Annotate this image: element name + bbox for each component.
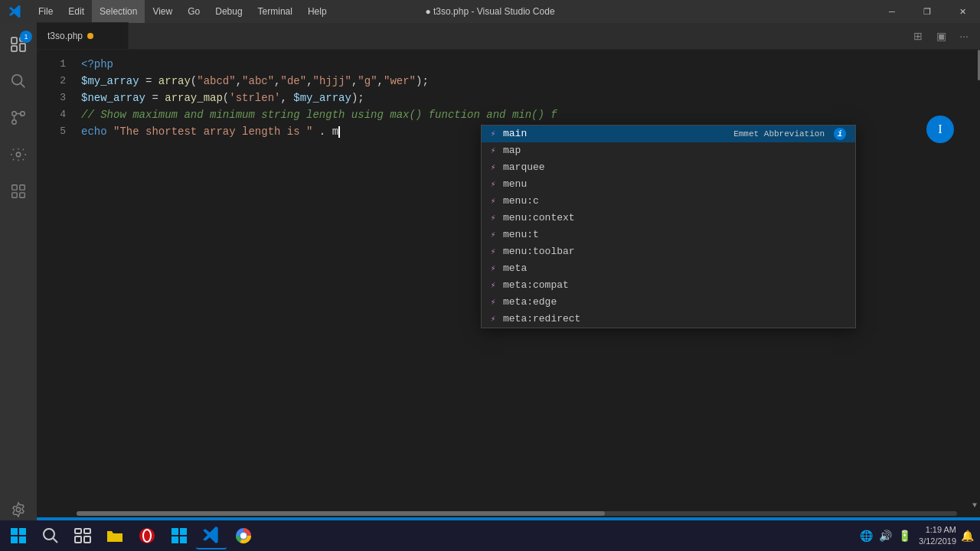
emmet-icon-menuc: ⚡ (488, 193, 498, 210)
autocomplete-item-menutoolbar[interactable]: ⚡ menu:toolbar (482, 243, 855, 260)
vertical-scrollbar[interactable]: ▼ (969, 50, 980, 517)
svg-rect-22 (75, 529, 81, 533)
item-label-meta: meta (503, 260, 846, 277)
svg-line-5 (21, 83, 24, 87)
autocomplete-item-meta[interactable]: ⚡ meta (482, 260, 855, 277)
windows-taskbar: 🌐 🔊 🔋 1:19 AM 3/12/2019 🔔 (0, 520, 980, 551)
info-icon[interactable]: i (834, 128, 846, 140)
notifications-button[interactable]: 🔔 (958, 522, 977, 549)
code-editor[interactable]: 1 2 3 4 5 <?php $my_array = array ( "abc… (37, 50, 980, 517)
vscode-logo (0, 5, 31, 18)
svg-point-8 (12, 120, 17, 125)
menu-help[interactable]: Help (300, 0, 335, 23)
item-label-map: map (503, 142, 846, 159)
chrome-taskbar[interactable] (228, 522, 259, 549)
svg-rect-18 (11, 536, 18, 543)
svg-rect-23 (84, 529, 90, 533)
maximize-button[interactable]: ❐ (910, 0, 945, 23)
taskview-button[interactable] (67, 522, 98, 549)
autocomplete-item-marquee[interactable]: ⚡ marquee (482, 159, 855, 176)
titlebar: File Edit Selection View Go Debug Termin… (0, 0, 980, 23)
svg-rect-29 (180, 528, 187, 535)
svg-rect-0 (11, 37, 17, 44)
search-taskbar-button[interactable] (35, 522, 66, 549)
menu-view[interactable]: View (145, 0, 180, 23)
menu-edit[interactable]: Edit (60, 0, 92, 23)
tab-toolbar: ⊞ ▣ ··· (902, 22, 980, 49)
autocomplete-item-main[interactable]: ⚡ main Emmet Abbreviation i (482, 126, 855, 142)
scroll-down-arrow[interactable]: ▼ (969, 497, 980, 514)
autocomplete-item-map[interactable]: ⚡ map (482, 142, 855, 159)
svg-rect-13 (12, 193, 17, 197)
activity-search[interactable] (0, 63, 37, 99)
horizontal-scrollbar[interactable] (75, 510, 959, 517)
opera-taskbar[interactable] (132, 522, 162, 549)
svg-rect-31 (180, 536, 187, 543)
scrollbar-thumb[interactable] (77, 511, 605, 516)
item-label-metacompat: meta:compat (503, 277, 846, 294)
code-content: <?php $my_array = array ( "abcd" , "abc"… (75, 50, 969, 517)
system-clock[interactable]: 1:19 AM 3/12/2019 (919, 524, 956, 548)
file-explorer-taskbar[interactable] (100, 522, 130, 549)
item-label-menucontext: menu:context (503, 210, 846, 227)
windows-explorer-taskbar[interactable] (164, 522, 194, 549)
code-line-4: // Show maximum and minimum string lengt… (81, 106, 969, 123)
emmet-icon-menu: ⚡ (488, 176, 498, 193)
var-my-array: $my_array (81, 73, 139, 90)
line-num-3: 3 (37, 90, 66, 106)
cursor-badge: I (926, 116, 954, 143)
volume-icon[interactable]: 🔊 (879, 530, 892, 542)
svg-point-9 (16, 152, 21, 157)
php-tag: <?php (81, 56, 113, 73)
item-label-menu: menu (503, 176, 846, 193)
minimize-button[interactable]: ─ (874, 0, 910, 23)
svg-rect-19 (19, 536, 26, 543)
autocomplete-item-metaedge[interactable]: ⚡ meta:edge (482, 294, 855, 311)
svg-rect-24 (75, 536, 81, 543)
menu-selection[interactable]: Selection (92, 0, 145, 23)
split-editor-button[interactable]: ⊞ (908, 26, 928, 46)
layout-button[interactable]: ▣ (931, 26, 951, 46)
activity-debug[interactable] (0, 136, 37, 173)
activity-extensions[interactable] (0, 173, 37, 210)
emmet-icon-metaedge: ⚡ (488, 294, 498, 311)
menu-go[interactable]: Go (180, 0, 207, 23)
network-icon[interactable]: 🌐 (860, 530, 873, 542)
emmet-icon-menut: ⚡ (488, 227, 498, 243)
tab-filename: t3so.php (47, 31, 83, 41)
svg-rect-17 (19, 528, 26, 535)
autocomplete-item-menu[interactable]: ⚡ menu (482, 176, 855, 193)
start-button[interactable] (3, 522, 34, 549)
line-num-5: 5 (37, 123, 66, 140)
emmet-icon-marquee: ⚡ (488, 159, 498, 176)
editor-area: t3so.php ⊞ ▣ ··· 1 2 3 4 5 <?php (37, 23, 980, 534)
svg-rect-16 (11, 528, 18, 535)
emmet-icon-menutoolbar: ⚡ (488, 243, 498, 260)
svg-point-4 (12, 75, 22, 85)
svg-rect-28 (172, 528, 178, 535)
menu-debug[interactable]: Debug (207, 0, 250, 23)
activity-bar (0, 23, 37, 534)
text-cursor (338, 126, 340, 138)
autocomplete-item-metaredirect[interactable]: ⚡ meta:redirect (482, 311, 855, 328)
close-button[interactable]: ✕ (945, 0, 980, 23)
autocomplete-item-menut[interactable]: ⚡ menu:t (482, 227, 855, 243)
line-num-4: 4 (37, 106, 66, 123)
autocomplete-item-metacompat[interactable]: ⚡ meta:compat (482, 277, 855, 294)
file-tab[interactable]: t3so.php (37, 22, 129, 49)
emmet-icon-map: ⚡ (488, 142, 498, 159)
activity-explorer[interactable] (0, 26, 37, 63)
svg-rect-25 (84, 536, 90, 543)
autocomplete-item-menuc[interactable]: ⚡ menu:c (482, 193, 855, 210)
svg-point-14 (16, 507, 21, 512)
more-actions-button[interactable]: ··· (954, 26, 974, 46)
line-numbers: 1 2 3 4 5 (37, 50, 75, 517)
menu-terminal[interactable]: Terminal (250, 0, 300, 23)
activity-source-control[interactable] (0, 99, 37, 136)
main-area: t3so.php ⊞ ▣ ··· 1 2 3 4 5 <?php (0, 23, 980, 534)
battery-icon[interactable]: 🔋 (898, 530, 911, 542)
autocomplete-item-menucontext[interactable]: ⚡ menu:context (482, 210, 855, 227)
item-label-main: main (503, 126, 729, 142)
menu-file[interactable]: File (31, 0, 60, 23)
vscode-taskbar[interactable] (196, 522, 227, 549)
